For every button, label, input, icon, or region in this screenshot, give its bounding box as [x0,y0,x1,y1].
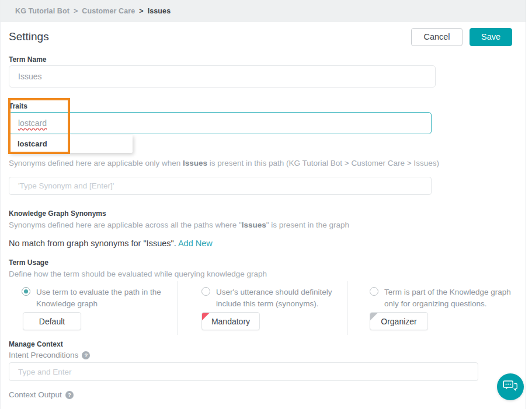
breadcrumb-item-customer-care[interactable]: Customer Care [82,7,135,15]
option-default-text: Use term to evaluate the path in the Kno… [36,286,173,310]
settings-page: KG Tutorial Bot > Customer Care > Issues… [0,0,526,409]
page-title: Settings [9,30,49,43]
breadcrumb: KG Tutorial Bot > Customer Care > Issues [1,0,526,22]
manage-context-section: Manage Context Intent Preconditions ? Co… [9,340,517,399]
intent-preconditions-input[interactable] [9,362,478,381]
breadcrumb-separator: > [139,7,143,15]
option-organizer: Term is part of the Knowledge graph only… [347,281,519,335]
synonym-input[interactable] [9,177,432,195]
path-synonyms-description: Synonyms defined here are applicable onl… [9,158,517,169]
term-usage-title: Term Usage [9,258,517,267]
add-new-link[interactable]: Add New [178,239,213,248]
traits-dropdown-option[interactable]: lostcard [9,135,133,153]
term-usage-section: Term Usage Define how the term should be… [9,258,517,335]
breadcrumb-item-issues[interactable]: Issues [148,7,171,15]
breadcrumb-separator: > [74,7,78,15]
traits-field: Traits lostcard lostcard [9,102,517,134]
intent-preconditions-label: Intent Preconditions [9,351,78,359]
traits-input-value: lostcard [18,118,47,128]
radio-default[interactable] [22,287,30,296]
mandatory-button[interactable]: Mandatory [201,312,260,330]
context-output-label: Context Output [9,390,62,399]
term-name-field: Term Name [9,55,517,88]
breadcrumb-item-bot[interactable]: KG Tutorial Bot [15,7,69,15]
chat-fab-button[interactable] [497,373,524,400]
traits-label: Traits [9,102,517,110]
mandatory-flag-icon [202,313,210,320]
save-button[interactable]: Save [470,28,512,46]
help-icon[interactable]: ? [82,351,90,359]
cancel-button[interactable]: Cancel [411,28,463,46]
organizer-flag-icon [370,313,378,320]
kg-synonyms-description: Synonyms defined here are applicable acr… [9,220,517,230]
manage-context-title: Manage Context [9,340,517,348]
organizer-button[interactable]: Organizer [370,312,428,330]
settings-header: Settings Cancel Save [9,27,517,46]
traits-input[interactable]: lostcard [9,112,432,134]
term-name-label: Term Name [9,55,517,64]
option-default: Use term to evaluate the path in the Kno… [1,281,178,335]
no-match-text: No match from graph synonyms for "Issues… [9,239,176,248]
option-mandatory-text: User's utterance should definitely inclu… [216,286,347,310]
chat-bubbles-icon [503,379,518,395]
help-icon[interactable]: ? [65,391,74,399]
kg-synonyms-title: Knowledge Graph Synonyms [9,209,517,218]
option-organizer-text: Term is part of the Knowledge graph only… [384,286,519,310]
intent-preconditions-row: Intent Preconditions ? [9,351,517,359]
radio-mandatory[interactable] [201,287,210,296]
knowledge-graph-synonyms-section: Knowledge Graph Synonyms Synonyms define… [9,209,517,248]
radio-organizer[interactable] [370,287,378,296]
term-usage-description: Define how the term should be evaluated … [9,269,517,279]
default-button[interactable]: Default [23,312,81,330]
term-usage-options: Use term to evaluate the path in the Kno… [1,281,519,335]
traits-dropdown: lostcard [9,135,133,153]
no-match-row: No match from graph synonyms for "Issues… [9,239,517,248]
context-output-row: Context Output ? [9,390,517,399]
option-mandatory: User's utterance should definitely inclu… [178,281,347,335]
term-name-input[interactable] [9,65,436,88]
